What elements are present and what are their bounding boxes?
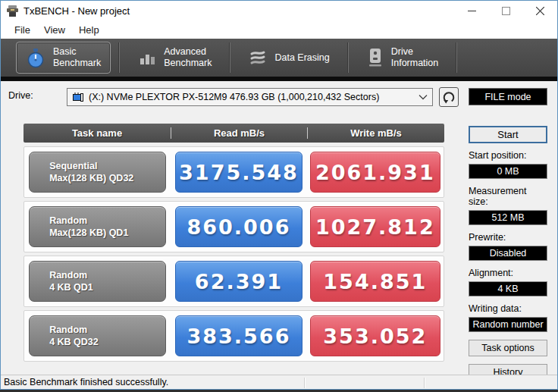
table-header: Task name Read mB/s Write mB/s [24, 124, 444, 143]
close-button[interactable] [523, 1, 557, 21]
header-write: Write mB/s [307, 127, 444, 139]
benchmark-table: Task name Read mB/s Write mB/s Sequentia… [24, 124, 444, 362]
toolbar-separator [348, 42, 349, 73]
control-sidebar: Start Start position: 0 MB Measurement s… [469, 126, 547, 381]
window-title: TxBENCH - New project [24, 5, 455, 17]
read-value: 860.006 [175, 206, 303, 247]
task-button[interactable]: Random 4 KB QD1 [29, 261, 166, 302]
header-task-name: Task name [24, 127, 171, 139]
alignment-label: Alignment: [469, 268, 547, 278]
maximize-icon [502, 7, 510, 15]
header-read: Read mB/s [171, 127, 307, 139]
menu-bar: File View Help [1, 21, 557, 39]
menu-view[interactable]: View [37, 23, 72, 38]
task-button[interactable]: Random Max(128 KB) QD1 [29, 206, 166, 247]
drive-label: Drive: [8, 90, 33, 101]
tab-erasing-line1: Data Erasing [274, 52, 329, 64]
tab-advanced-line1: Advanced [164, 46, 212, 58]
prewrite-value[interactable]: Disabled [469, 246, 547, 261]
read-value: 62.391 [175, 261, 303, 302]
start-button[interactable]: Start [469, 126, 547, 143]
read-value: 3175.548 [175, 152, 303, 193]
table-row-random-4kb-qd32: Random 4 KB QD32 383.566 353.052 [24, 310, 444, 362]
task-name-line1: Random [49, 269, 165, 281]
minimize-icon [468, 7, 476, 15]
task-name-line1: Sequential [49, 160, 165, 172]
menu-help[interactable]: Help [72, 23, 106, 38]
write-value: 1027.812 [310, 206, 440, 247]
tab-drive-information[interactable]: Drive Information [357, 42, 449, 74]
drive-selected-value: (X:) NVMe PLEXTOR PX-512M9 476.93 GB (1,… [89, 92, 418, 102]
tab-basic-line1: Basic [53, 46, 101, 58]
task-button[interactable]: Sequential Max(128 KB) QD32 [29, 152, 166, 193]
task-name-line1: Random [49, 215, 165, 227]
read-value: 383.566 [175, 315, 303, 356]
write-value: 154.851 [310, 261, 440, 302]
eraser-icon [249, 49, 267, 67]
table-row-sequential-qd32: Sequential Max(128 KB) QD32 3175.548 206… [24, 146, 444, 198]
app-icon [6, 5, 19, 17]
tab-driveinfo-line1: Drive [391, 46, 439, 58]
tab-advanced-line2: Benchmark [164, 58, 212, 69]
refresh-icon [442, 90, 456, 104]
alignment-value[interactable]: 4 KB [469, 281, 547, 296]
toolbar-separator [456, 42, 457, 73]
title-bar: TxBENCH - New project [1, 1, 557, 21]
tab-advanced-benchmark[interactable]: Advanced Benchmark [128, 42, 221, 74]
toolbar-separator [119, 42, 120, 73]
prewrite-label: Prewrite: [469, 232, 547, 243]
writing-data-label: Writing data: [469, 303, 547, 314]
maximize-button[interactable] [489, 1, 523, 21]
file-mode-indicator[interactable]: FILE mode [469, 88, 547, 105]
write-value: 2061.931 [310, 152, 440, 193]
bar-chart-icon [138, 49, 156, 67]
chevron-down-icon [418, 94, 428, 100]
status-message: Basic Benchmark finished successfully. [1, 377, 168, 387]
start-position-value[interactable]: 0 MB [469, 164, 547, 179]
toolbar-separator [230, 42, 230, 73]
app-window: TxBENCH - New project File View Help [0, 0, 558, 390]
drive-select[interactable]: (X:) NVMe PLEXTOR PX-512M9 476.93 GB (1,… [67, 88, 433, 106]
task-name-line1: Random [49, 324, 165, 336]
status-bar: Basic Benchmark finished successfully. [1, 375, 557, 389]
tab-driveinfo-line2: Information [391, 58, 439, 69]
refresh-drives-button[interactable] [439, 87, 459, 107]
stopwatch-icon [26, 48, 45, 68]
table-row-random-4kb-qd1: Random 4 KB QD1 62.391 154.851 [24, 256, 444, 307]
measurement-size-label: Measurement size: [469, 186, 547, 207]
table-row-random-max-qd1: Random Max(128 KB) QD1 860.006 1027.812 [24, 201, 444, 252]
task-name-line2: 4 KB QD1 [49, 281, 165, 293]
write-value: 353.052 [310, 315, 440, 356]
status-separator [304, 378, 305, 388]
drive-device-icon [72, 92, 84, 102]
task-button[interactable]: Random 4 KB QD32 [29, 315, 166, 356]
close-icon [536, 7, 544, 15]
minimize-button[interactable] [455, 1, 489, 21]
task-name-line2: Max(128 KB) QD1 [49, 227, 165, 239]
menu-file[interactable]: File [8, 23, 37, 38]
measurement-size-value[interactable]: 512 MB [469, 210, 547, 225]
start-position-label: Start position: [469, 150, 547, 161]
status-separator [424, 378, 425, 388]
main-content: Drive: (X:) NVMe PLEXTOR PX-512M9 476.93… [1, 81, 557, 375]
writing-data-value[interactable]: Random number [469, 317, 547, 332]
task-options-button[interactable]: Task options [469, 340, 547, 356]
tab-basic-benchmark[interactable]: Basic Benchmark [16, 42, 111, 74]
task-name-line2: 4 KB QD32 [49, 336, 165, 348]
drive-icon [367, 48, 384, 67]
tab-basic-line2: Benchmark [53, 58, 101, 69]
task-name-line2: Max(128 KB) QD32 [49, 172, 165, 184]
toolbar: Basic Benchmark Advanced Benchmark [1, 39, 557, 77]
tab-data-erasing[interactable]: Data Erasing [239, 42, 339, 74]
